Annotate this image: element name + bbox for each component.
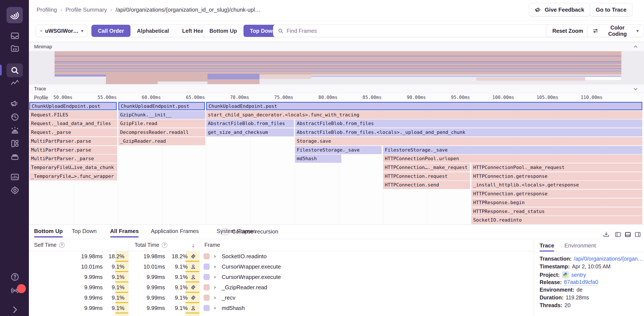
self-time-header[interactable]: Self Time ? [34,242,65,248]
collapse-trace-chevron-icon[interactable] [633,86,638,93]
flame-frame[interactable]: _install_httplib.<locals>.getresponse [472,181,642,189]
flame-frame[interactable]: HTTPResponse.begin [472,199,642,207]
dock-left-icon[interactable] [614,231,622,239]
details-tab-trace[interactable]: Trace [540,242,554,249]
flame-frame[interactable]: AbstractFileBlob.from_files [206,119,294,128]
flame-frame[interactable]: MultiPartParser.parse [29,146,117,154]
flame-frame[interactable]: _TemporaryFile…>.func_wrapper [29,172,117,180]
breadcrumb-item[interactable]: Profile Summary [66,6,107,13]
frame-cell[interactable]: ›CursorWrapper.execute [199,262,534,272]
flame-frame[interactable]: HTTPConnectionPool.urlopen [383,155,642,163]
search-input[interactable] [287,28,557,34]
dock-right-icon[interactable] [634,231,642,239]
tab-top-down[interactable]: Top Down [72,228,97,235]
flame-frame[interactable]: MultiPartParser._parse [29,155,117,163]
reset-zoom-button[interactable]: Reset Zoom [546,24,590,37]
collapse-minimap-chevron-icon[interactable] [633,44,638,51]
thread-selector[interactable]: uWSGIWor… ▾ [36,24,87,37]
frame-cell[interactable]: ›CursorWrapper.execute [199,272,534,282]
flame-frame[interactable]: DecompressReader.readall [118,128,205,136]
feedback-icon[interactable] [10,99,20,108]
detail-value[interactable]: sentry [571,272,586,278]
minimap-canvas[interactable] [29,51,644,84]
expand-sidebar-chevron-icon[interactable] [10,305,20,315]
issues-icon[interactable] [10,31,20,40]
table-row[interactable]: 9.99ms9.1%9.99ms9.1%›CursorWrapper.execu… [29,272,534,282]
tab-application-frames[interactable]: Application Frames [151,228,199,235]
flame-frame[interactable]: HTTPConnection.send [383,181,470,189]
flame-frame[interactable]: ChunkUploadEndpoint.post [118,102,205,110]
stats-icon[interactable] [10,172,20,182]
replays-icon[interactable] [10,112,20,122]
flamegraph-canvas[interactable]: ChunkUploadEndpoint.postChunkUploadEndpo… [29,102,644,225]
flame-frame[interactable]: start_child_span_decorator.<locals>.func… [206,111,642,119]
flame-frame[interactable]: ChunkUploadEndpoint.post [206,102,642,110]
tab-all-frames[interactable]: All Frames [110,228,139,235]
tab-bottom-up[interactable]: Bottom Up [34,228,63,235]
table-row[interactable]: 10.01ms9.1%10.01ms9.1%›CursorWrapper.exe… [29,262,534,272]
total-time-header[interactable]: Total Time ? [134,242,167,248]
flame-frame[interactable]: HTTPConnection…._make_request [383,163,470,172]
expand-chevron-icon[interactable]: › [214,284,216,291]
frame-cell[interactable]: ›md5hash [199,303,534,314]
metrics-icon[interactable] [10,78,20,88]
explore-active-tile[interactable] [6,63,23,77]
tab-system-frames[interactable]: System Frames [217,228,256,235]
flame-frame[interactable]: MultiPartParser.parse [29,137,117,145]
expand-chevron-icon[interactable]: › [214,263,216,270]
table-row[interactable]: 9.99ms9.1%9.99ms9.1%›_recv [29,293,534,303]
frame-cell[interactable]: ›_recv [199,293,534,303]
flame-frame[interactable]: get_size_and_checksum [206,128,294,136]
expand-chevron-icon[interactable]: › [214,305,216,311]
releases-icon[interactable] [10,152,20,161]
expand-chevron-icon[interactable]: › [214,294,216,301]
download-icon[interactable] [602,231,610,239]
sort-option-alphabetical[interactable]: Alphabetical [130,25,176,37]
flame-frame[interactable]: GzipChunk.__init__ [118,111,205,119]
flame-frame[interactable]: HTTPConnectionPool._make_request [472,163,642,172]
minimap-header[interactable]: Minimap [29,42,644,51]
table-row[interactable]: 9.99ms9.1%9.99ms9.1%›_GzipReader.read [29,282,534,293]
flame-frame[interactable]: HTTPConnection.getresponse [472,172,642,180]
table-row[interactable]: 9.99ms9.1%9.99ms9.1%›md5hash [29,303,534,314]
flame-frame[interactable]: HTTPConnection.getresponse [472,190,642,198]
projects-icon[interactable] [10,44,20,53]
flame-frame[interactable]: GzipFile.read [118,119,205,128]
frame-cell[interactable]: ›_GzipReader.read [199,282,534,293]
breadcrumb-item[interactable]: /api/0/organizations/{organization_id_or… [116,6,260,13]
go-to-trace-button[interactable]: Go to Trace [590,3,632,16]
flame-frame[interactable]: ChunkUploadEndpoint.post [29,102,117,110]
flame-frame[interactable]: TemporaryFileU…ive_data_chunk [29,163,117,172]
flame-frame[interactable]: HTTPConnection.request [383,172,470,180]
sort-arrow-icon[interactable]: ↓ [192,242,195,249]
direction-option-bottom-up[interactable]: Bottom Up [203,25,244,37]
table-row[interactable]: 19.98ms18.2%19.98ms18.2%›SocketIO.readin… [29,251,534,262]
flame-frame[interactable]: _GzipReader.read [118,137,205,145]
breadcrumb-item[interactable]: Profiling [37,6,57,13]
details-tab-environment[interactable]: Environment [564,242,596,249]
trace-header[interactable]: Trace [29,84,644,93]
sort-option-call-order[interactable]: Call Order [92,25,130,37]
detail-value[interactable]: 87aab1d9cfa0 [564,279,598,286]
flame-frame[interactable]: md5hash [295,155,342,163]
flame-frame[interactable]: Request.FILES [29,111,117,119]
flame-frame[interactable]: AbstractFileBlob.from_files [295,119,642,128]
flame-frame[interactable]: Request._parse [29,128,117,136]
give-feedback-button[interactable]: Give Feedback [529,3,590,16]
flame-frame[interactable]: HTTPResponse._read_status [472,207,642,216]
detail-value[interactable]: /api/0/organizations/{organ… [574,256,643,262]
find-frames-search[interactable]: i [273,24,571,37]
flame-frame[interactable]: Request._load_data_and_files [29,119,117,128]
flame-frame[interactable]: FilestoreStorage._save [383,146,642,154]
flame-frame[interactable]: FilestoreStorage._save [295,146,382,154]
settings-gear-icon[interactable] [10,186,20,195]
flame-frame[interactable]: SocketIO.readinto [472,216,642,224]
frame-header[interactable]: Frame [204,242,220,248]
flame-frame[interactable]: AbstractFileBlob.from_files.<locals>._up… [295,128,642,136]
flame-frame[interactable]: Storage.save [295,137,642,145]
dock-bottom-icon[interactable] [624,231,632,239]
sentry-logo-icon[interactable] [6,7,23,23]
frame-cell[interactable]: ›SocketIO.readinto [199,251,534,262]
expand-chevron-icon[interactable]: › [214,274,216,280]
color-coding-button[interactable]: Color Coding ▾ [587,24,644,37]
